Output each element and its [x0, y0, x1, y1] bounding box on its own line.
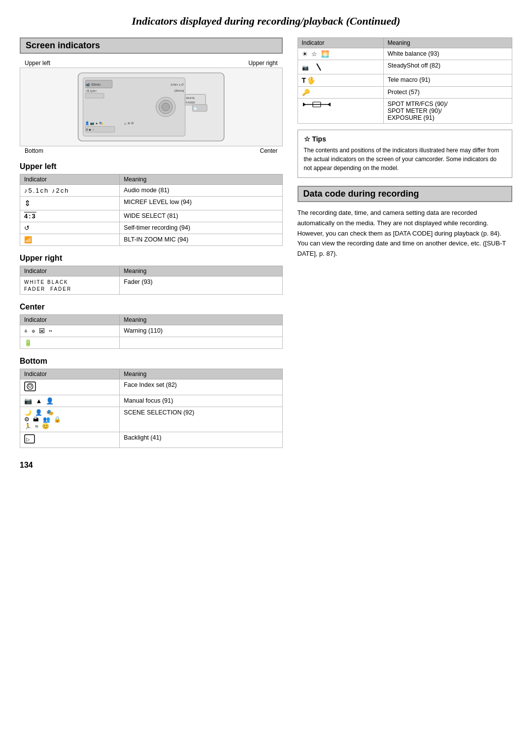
bottom-table: Indicator Meaning Face Index set (82) [20, 369, 283, 448]
data-code-header: Data code during recording [298, 186, 513, 202]
meaning-cell: Protect (57) [383, 87, 512, 99]
indicator-cell: ⇕ [20, 197, 120, 210]
table-row: 4:3 WIDE SELECT (81) [20, 210, 283, 222]
svg-marker-28 [303, 103, 306, 106]
upper-left-label: Upper left [25, 60, 50, 67]
meaning-cell: Backlight (41) [120, 432, 282, 448]
svg-marker-29 [328, 103, 331, 106]
meaning-cell: Face Index set (82) [120, 379, 282, 395]
face-index-icon [24, 381, 36, 391]
indicator-cell [20, 379, 120, 395]
table-row: 📷 ▲ 👤 Manual focus (91) [20, 395, 283, 407]
meaning-cell: SCENE SELECTION (92) [120, 407, 282, 432]
left-column: Screen indicators Upper left Upper right… [20, 37, 283, 451]
meaning-cell: Tele macro (91) [383, 74, 512, 87]
upper-right-col-indicator: Indicator [20, 266, 120, 276]
table-row: ⇕ MICREF LEVEL low (94) [20, 197, 283, 210]
table-row: ↺ Self-timer recording (94) [20, 222, 283, 234]
table-row: 🔋 [20, 337, 283, 349]
indicator-icon: △ ⊗ ☒ ꟷ [24, 327, 53, 335]
right-col-indicator: Indicator [298, 38, 383, 48]
svg-text:⚙ ▶ ○: ⚙ ▶ ○ [86, 128, 94, 131]
right-col-meaning: Meaning [383, 38, 512, 48]
screen-indicators-header: Screen indicators [20, 37, 283, 54]
bottom-section-title: Bottom [20, 357, 283, 366]
meaning-cell: Self-timer recording (94) [120, 222, 282, 234]
svg-text:WHITE: WHITE [186, 97, 195, 100]
camcorder-diagram: 📹 60min ♪5.1ch↑ STBY ≡ ⏱ [30min] WHITE F… [20, 68, 283, 146]
indicator-icon: T🖐 [302, 76, 317, 84]
table-row: SPOT MTR/FCS (90)/SPOT METER (90)/EXPOSU… [298, 99, 512, 124]
meaning-cell [120, 337, 282, 349]
indicator-cell: ▷ [20, 432, 120, 448]
bottom-label: Bottom [25, 147, 43, 154]
table-row: ♪5.1ch ♪2ch Audio mode (81) [20, 185, 283, 197]
indicator-cell: △ ⊗ ☒ ꟷ [20, 325, 120, 337]
meaning-cell: SteadyShot off (82) [383, 60, 512, 74]
indicator-icon: 🔋 [24, 339, 33, 346]
page-number: 134 [20, 461, 512, 470]
indicator-icon: WHITE BLACKFADER FADER [24, 279, 71, 292]
meaning-cell: Manual focus (91) [120, 395, 282, 407]
upper-left-section-title: Upper left [20, 162, 283, 171]
indicator-cell: 📶 [20, 234, 120, 246]
tips-title: Tips [304, 135, 506, 143]
upper-right-section-title: Upper right [20, 254, 283, 263]
svg-text:△ ⊗ ☒: △ ⊗ ☒ [124, 121, 133, 125]
indicator-icon: ⇕ [24, 199, 32, 207]
center-table: Indicator Meaning △ ⊗ ☒ ꟷ Warning (110) … [20, 314, 283, 349]
indicator-cell: ↺ [20, 222, 120, 234]
svg-text:▷: ▷ [26, 437, 30, 442]
tips-content: The contents and positions of the indica… [304, 146, 506, 172]
svg-text:[30min]: [30min] [174, 89, 184, 92]
table-row: T🖐 Tele macro (91) [298, 74, 512, 87]
indicator-icon: ☀ ☆ 🌅 [302, 50, 330, 58]
table-row: ☀ ☆ 🌅 White balance (93) [298, 48, 512, 60]
svg-text:📹 60min: 📹 60min [86, 82, 100, 87]
meaning-cell: Fader (93) [120, 276, 282, 295]
indicator-icon: 📶 [24, 236, 33, 243]
diagram-bottom-labels: Bottom Center [20, 147, 283, 154]
data-code-content: The recording date, time, and camera set… [298, 208, 513, 259]
svg-point-13 [162, 103, 169, 111]
center-section-title: Center [20, 303, 283, 311]
spot-meter-icon [302, 101, 332, 108]
meaning-cell: BLT-IN ZOOM MIC (94) [120, 234, 282, 246]
meaning-cell: SPOT MTR/FCS (90)/SPOT METER (90)/EXPOSU… [383, 99, 512, 124]
upper-left-table: Indicator Meaning ♪5.1ch ♪2ch Audio mode… [20, 174, 283, 246]
indicator-cell: ☀ ☆ 🌅 [298, 48, 383, 60]
svg-line-26 [317, 64, 321, 70]
table-row: △ ⊗ ☒ ꟷ Warning (110) [20, 325, 283, 337]
tips-box: Tips The contents and positions of the i… [298, 130, 513, 178]
indicator-cell: 4:3 [20, 210, 120, 222]
indicator-cell: WHITE BLACKFADER FADER [20, 276, 120, 295]
table-row: WHITE BLACKFADER FADER Fader (93) [20, 276, 283, 295]
table-row: 📷 SteadyShot off (82) [298, 60, 512, 74]
indicator-cell: ♪5.1ch ♪2ch [20, 185, 120, 197]
indicator-icon: 4:3 [24, 212, 36, 220]
indicator-cell [298, 99, 383, 124]
table-row: 🔑 Protect (57) [298, 87, 512, 99]
table-row: Face Index set (82) [20, 379, 283, 395]
svg-point-22 [29, 384, 32, 387]
indicator-icon: 🔑 [302, 89, 311, 96]
indicator-cell: 🌙 👤 🎭⚙ 🏔 👥 🔒🏃 ≈ 😊 [20, 407, 120, 432]
svg-text:📷: 📷 [302, 64, 310, 71]
indicator-cell: 🔑 [298, 87, 383, 99]
indicator-cell: 📷 ▲ 👤 [20, 395, 120, 407]
page-title: Indicators displayed during recording/pl… [20, 15, 512, 28]
indicator-icon: ↺ [24, 224, 31, 232]
table-row: ▷ Backlight (41) [20, 432, 283, 448]
indicator-cell: 📷 [298, 60, 383, 74]
bottom-col-indicator: Indicator [20, 369, 120, 379]
center-col-meaning: Meaning [120, 315, 282, 325]
indicator-cell: T🖐 [298, 74, 383, 87]
table-row: 📶 BLT-IN ZOOM MIC (94) [20, 234, 283, 246]
meaning-cell: WIDE SELECT (81) [120, 210, 282, 222]
data-code-section: Data code during recording The recording… [298, 186, 513, 259]
right-table-wrapper: Indicator Meaning ☀ ☆ 🌅 White balance (9… [298, 37, 513, 124]
meaning-cell: MICREF LEVEL low (94) [120, 197, 282, 210]
upper-right-col-meaning: Meaning [120, 266, 282, 276]
meaning-cell: Audio mode (81) [120, 185, 282, 197]
center-col-indicator: Indicator [20, 315, 120, 325]
